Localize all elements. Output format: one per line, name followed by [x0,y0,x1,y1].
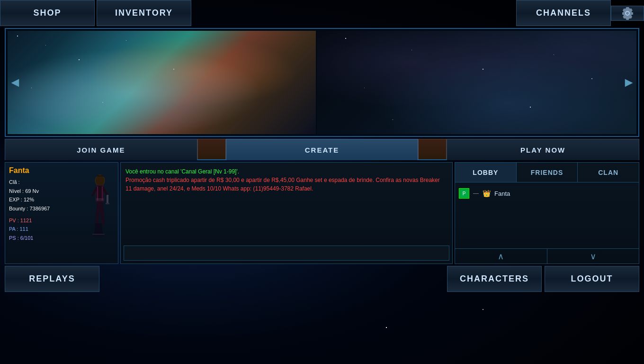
svg-rect-5 [92,234,99,235]
tab-friends[interactable]: FRIENDS [517,163,578,182]
bottom-content: Fanta Clã : Nível : 69 Nv EXP : 12% Boun… [5,162,639,264]
svg-rect-2 [96,198,104,201]
tab-lobby[interactable]: LOBBY [455,163,517,182]
characters-button[interactable]: CHARACTERS [447,266,542,292]
player-icon-svg: P [460,189,468,198]
shop-button[interactable]: SHOP [0,0,95,26]
map-preview-left[interactable] [8,31,316,134]
map-nav-right[interactable]: ► [622,75,635,90]
lobby-arrow-up[interactable]: ∧ [455,249,547,264]
char-nivel: Nível : 69 Nv [9,187,82,196]
chat-messages: Você entrou no canal 'Canal Geral [Nv 1-… [124,165,449,243]
player-crown-icon: 👑 [483,190,491,197]
map-section: ◄ ► [5,28,639,137]
character-avatar [86,166,114,260]
lobby-tabs: LOBBY FRIENDS CLAN [455,163,639,182]
character-figure [86,172,114,260]
lobby-bottom-arrows: ∧ ∨ [455,248,639,264]
chat-input-row [124,246,449,261]
top-bar: SHOP INVENTORY CHANNELS [0,0,644,26]
char-pv: PV : 1121 [9,216,82,225]
gear-icon [620,6,635,20]
tab-create[interactable]: CREATE [226,139,419,160]
inventory-button[interactable]: INVENTORY [97,0,191,26]
chat-message-1: Você entrou no canal 'Canal Geral [Nv 1-… [125,167,447,176]
chat-input[interactable] [124,246,449,261]
player-dash: — [473,190,479,197]
settings-button[interactable] [611,6,644,21]
logout-button[interactable]: LOGOUT [545,266,639,292]
player-status-icon: P [459,188,469,199]
svg-point-0 [95,175,105,186]
channels-button[interactable]: CHANNELS [516,0,611,26]
character-panel: Fanta Clã : Nível : 69 Nv EXP : 12% Boun… [5,162,118,264]
character-name: Fanta [9,166,82,175]
map-preview-right[interactable] [317,31,636,134]
lobby-content: P — 👑 Fanta [455,182,639,248]
chat-panel: Você entrou no canal 'Canal Geral [Nv 1-… [120,162,453,264]
character-info: Fanta Clã : Nível : 69 Nv EXP : 12% Boun… [9,166,82,260]
char-exp: EXP : 12% [9,195,82,204]
replays-button[interactable]: REPLAYS [5,266,99,292]
svg-text:P: P [463,191,466,196]
svg-rect-4 [106,203,109,204]
char-clan: Clã : [9,178,82,187]
lobby-player-row: P — 👑 Fanta [459,186,635,200]
char-ps: PS : 6/101 [9,234,82,243]
lobby-panel: LOBBY FRIENDS CLAN P — 👑 Fanta ∧ ∨ [455,162,639,264]
tab-bar: JOIN GAME CREATE PLAY NOW [5,139,639,160]
map-nav-left[interactable]: ◄ [9,75,22,90]
lobby-arrow-down[interactable]: ∨ [547,249,639,264]
tab-joingame[interactable]: JOIN GAME [5,139,197,160]
bottom-bar: REPLAYS CHARACTERS LOGOUT [5,266,639,292]
tab-clan[interactable]: CLAN [578,163,639,182]
tab-playnow[interactable]: PLAY NOW [447,139,639,160]
player-name: Fanta [494,190,510,197]
char-pa: PA : 111 [9,225,82,234]
svg-rect-6 [98,234,105,235]
char-bounty: Bounty : 7386967 [9,204,82,213]
chat-message-2: Promoção cash triplicado apartir de R$ 3… [125,176,447,193]
